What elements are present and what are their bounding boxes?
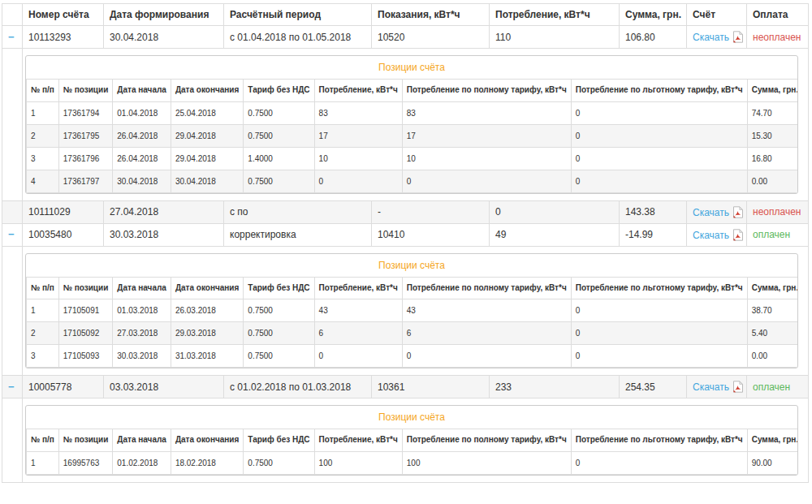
download-invoice-link[interactable]: Скачать [693,32,729,43]
positions-header-row: № п/п№ позицииДата началаДата окончанияТ… [27,429,799,452]
positions-header-4: Тариф без НДС [244,429,314,452]
positions-panel: Позиции счёта№ п/п№ позицииДата началаДа… [25,253,798,369]
amount-cell: -14.99 [620,223,687,246]
amount-cell: 254.35 [620,376,687,398]
invoices-table: Номер счётаДата формированияРасчётный пе… [2,3,809,483]
invoices-header-3: Показания, кВт*ч [372,4,490,26]
positions-cell: 0 [571,170,747,192]
positions-cell: 0.7500 [244,299,314,322]
positions-cell: 0.7500 [244,345,314,368]
download-invoice-link[interactable]: Скачать [693,230,729,241]
positions-title: Позиции счёта [26,56,797,79]
payment-status-badge: неоплачен [753,32,801,43]
minus-icon[interactable]: − [8,31,15,43]
positions-cell: 0 [571,101,747,124]
expander-cell[interactable]: − [2,26,23,49]
invoices-header-7: Оплата [747,4,809,26]
positions-header-4: Тариф без НДС [244,80,314,102]
positions-cell: 17361795 [58,124,113,147]
download-cell[interactable]: Скачать [687,376,747,398]
positions-cell: 10 [402,147,571,170]
positions-cell: 01.03.2018 [113,299,171,322]
download-invoice-link[interactable]: Скачать [693,207,729,218]
positions-cell: 0 [402,170,571,192]
billing-period-cell: корректировка [224,223,372,246]
positions-cell: 30.04.2018 [171,170,243,192]
positions-cell: 1 [27,101,59,124]
positions-cell: 0 [402,345,571,368]
invoice-number-cell: 10113293 [23,26,104,49]
pdf-icon[interactable] [729,381,744,393]
payment-status-badge: оплачен [753,229,790,240]
expander-cell[interactable]: − [2,223,23,246]
detail-cell: Позиции счёта№ п/п№ позицииДата началаДа… [23,246,809,376]
amount-cell: 143.38 [620,200,687,223]
positions-cell: 0.00 [747,345,798,368]
positions-cell: 30.04.2018 [113,170,171,192]
positions-cell: 1 [27,451,59,474]
positions-cell: 1.4000 [244,147,314,170]
positions-table: № п/п№ позицииДата началаДата окончанияТ… [26,429,798,475]
positions-cell: 26.03.2018 [171,299,243,322]
payment-status-cell: оплачен [747,223,809,246]
download-cell[interactable]: Скачать [687,26,747,49]
consumption-cell: 110 [490,26,620,49]
positions-cell: 100 [314,451,402,474]
positions-cell: 26.04.2018 [113,124,171,147]
positions-cell: 31.03.2018 [171,345,243,368]
download-invoice-link[interactable]: Скачать [693,381,729,393]
positions-cell: 0.7500 [244,451,314,474]
minus-icon[interactable]: − [8,381,15,393]
readings-cell: 10410 [372,223,490,246]
payment-status-badge: неоплачен [753,206,801,218]
invoice-number-cell: 10111029 [23,200,104,223]
positions-detail-row: Позиции счёта№ п/п№ позицииДата началаДа… [2,49,809,201]
invoices-body: −1011329330.04.2018с 01.04.2018 по 01.05… [2,26,809,483]
positions-cell: 6 [314,322,402,345]
positions-cell: 2 [27,124,59,147]
positions-panel: Позиции счёта№ п/п№ позицииДата началаДа… [25,55,798,194]
expander-cell[interactable]: − [2,376,23,398]
invoices-header-6: Счёт [687,4,747,26]
billing-period-cell: с по [224,200,372,223]
invoices-header-1: Дата формирования [104,4,224,26]
positions-cell: 43 [402,299,571,322]
pdf-icon[interactable] [729,207,744,218]
positions-cell: 16995763 [58,451,113,474]
billing-period-cell: с 01.02.2018 по 01.03.2018 [224,376,372,398]
formation-date-cell: 30.04.2018 [104,26,224,49]
positions-cell: 15.30 [747,124,798,147]
invoice-row: −1003548030.03.2018корректировка1041049-… [2,223,809,246]
positions-header-6: Потребление по полному тарифу, кВт*ч [402,80,571,102]
positions-row: 21736179526.04.201829.04.20180.750017170… [27,124,799,147]
positions-cell: 0 [571,147,747,170]
pdf-icon[interactable] [729,230,744,241]
download-cell[interactable]: Скачать [687,223,747,246]
positions-cell: 100 [402,451,571,474]
readings-cell: 10520 [372,26,490,49]
payment-status-badge: оплачен [753,381,790,393]
positions-cell: 17361794 [58,101,113,124]
positions-cell: 0 [571,322,747,345]
positions-title: Позиции счёта [26,254,797,277]
download-cell[interactable]: Скачать [687,200,747,223]
invoices-header-4: Потребление, кВт*ч [490,4,620,26]
positions-table: № п/п№ позицииДата началаДата окончанияТ… [26,277,798,368]
positions-title: Позиции счёта [26,406,797,429]
positions-header-2: Дата начала [113,80,171,102]
pdf-icon[interactable] [729,32,744,43]
detail-spacer-cell [2,246,23,376]
positions-cell: 17105091 [58,299,113,322]
positions-cell: 0 [571,451,747,474]
positions-detail-row: Позиции счёта№ п/п№ позицииДата началаДа… [2,398,809,483]
positions-row: 41736179730.04.201830.04.20180.75000000.… [27,170,799,192]
positions-detail-row: Позиции счёта№ п/п№ позицииДата началаДа… [2,246,809,376]
positions-header-0: № п/п [27,429,59,452]
formation-date-cell: 27.04.2018 [104,200,224,223]
positions-cell: 0 [314,345,402,368]
positions-header-8: Сумма, грн. [747,277,798,299]
positions-header-5: Потребление, кВт*ч [314,429,402,452]
positions-header-1: № позиции [58,429,113,452]
minus-icon[interactable]: − [8,228,15,240]
positions-cell: 83 [314,101,402,124]
